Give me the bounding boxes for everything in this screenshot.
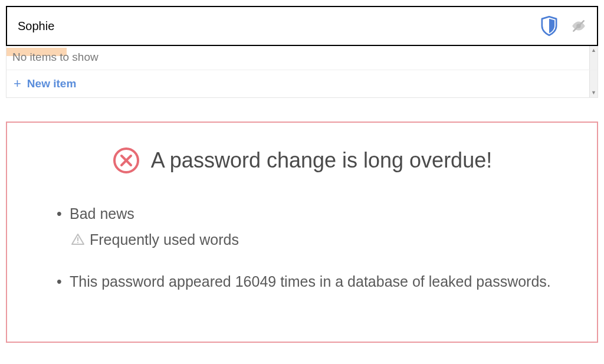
plus-icon: + bbox=[14, 77, 21, 90]
search-bar bbox=[6, 6, 598, 46]
svg-point-6 bbox=[77, 242, 78, 243]
search-icons bbox=[540, 16, 586, 36]
search-input[interactable] bbox=[18, 19, 540, 33]
error-x-icon bbox=[112, 146, 140, 175]
alert-sub-detail: Frequently used words bbox=[71, 229, 556, 250]
new-item-button[interactable]: + New item bbox=[6, 70, 598, 97]
alert-item-text: Bad news bbox=[70, 205, 134, 222]
no-items-text: No items to show bbox=[6, 46, 598, 70]
eye-off-icon[interactable] bbox=[571, 18, 586, 34]
dropdown-panel: No items to show + New item ▲ ▼ bbox=[6, 46, 598, 98]
new-item-label: New item bbox=[27, 77, 76, 90]
alert-item: Bad news Frequently used words bbox=[57, 203, 556, 251]
alert-header: A password change is long overdue! bbox=[48, 146, 556, 175]
warning-triangle-icon bbox=[71, 232, 85, 247]
alert-item-text: This password appeared 16049 times in a … bbox=[70, 273, 551, 290]
shield-icon[interactable] bbox=[540, 16, 558, 36]
alert-list: Bad news Frequently used words This pass… bbox=[48, 203, 556, 292]
password-alert: A password change is long overdue! Bad n… bbox=[6, 122, 598, 343]
alert-title: A password change is long overdue! bbox=[151, 148, 492, 173]
alert-sub-text: Frequently used words bbox=[90, 229, 239, 250]
alert-item: This password appeared 16049 times in a … bbox=[57, 271, 556, 292]
scrollbar-arrow-down-icon[interactable]: ▼ bbox=[589, 88, 598, 97]
